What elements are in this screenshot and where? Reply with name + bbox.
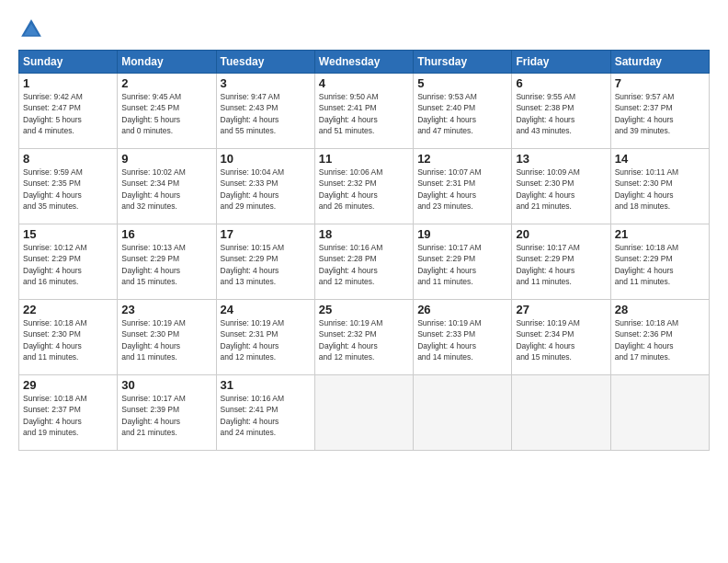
day-number: 13 xyxy=(516,152,606,166)
day-info: Sunrise: 10:13 AM Sunset: 2:29 PM Daylig… xyxy=(121,242,211,287)
day-number: 5 xyxy=(417,76,507,90)
day-cell-9: 9Sunrise: 10:02 AM Sunset: 2:34 PM Dayli… xyxy=(118,149,216,224)
day-info: Sunrise: 10:19 AM Sunset: 2:30 PM Daylig… xyxy=(121,317,211,362)
day-number: 17 xyxy=(221,227,311,241)
logo-icon xyxy=(18,17,44,42)
day-number: 7 xyxy=(615,76,705,90)
day-cell-16: 16Sunrise: 10:13 AM Sunset: 2:29 PM Dayl… xyxy=(118,224,216,300)
page: SundayMondayTuesdayWednesdayThursdayFrid… xyxy=(0,0,728,563)
day-cell-17: 17Sunrise: 10:15 AM Sunset: 2:29 PM Dayl… xyxy=(216,224,314,300)
day-number: 8 xyxy=(23,152,113,166)
day-cell-15: 15Sunrise: 10:12 AM Sunset: 2:29 PM Dayl… xyxy=(19,224,118,300)
day-cell-30: 30Sunrise: 10:17 AM Sunset: 2:39 PM Dayl… xyxy=(118,375,216,451)
day-cell-7: 7Sunrise: 9:57 AM Sunset: 2:37 PM Daylig… xyxy=(610,74,709,149)
calendar-header-friday: Friday xyxy=(512,51,610,74)
day-number: 27 xyxy=(516,303,606,316)
day-cell-14: 14Sunrise: 10:11 AM Sunset: 2:30 PM Dayl… xyxy=(610,149,709,224)
day-number: 28 xyxy=(615,303,705,316)
day-cell-19: 19Sunrise: 10:17 AM Sunset: 2:29 PM Dayl… xyxy=(414,224,512,300)
day-cell-5: 5Sunrise: 9:53 AM Sunset: 2:40 PM Daylig… xyxy=(414,74,512,149)
day-info: Sunrise: 9:50 AM Sunset: 2:41 PM Dayligh… xyxy=(319,91,409,136)
empty-cell xyxy=(414,375,512,451)
day-number: 18 xyxy=(319,227,409,241)
day-info: Sunrise: 10:18 AM Sunset: 2:29 PM Daylig… xyxy=(615,242,705,287)
day-cell-8: 8Sunrise: 9:59 AM Sunset: 2:35 PM Daylig… xyxy=(19,149,118,224)
day-cell-6: 6Sunrise: 9:55 AM Sunset: 2:38 PM Daylig… xyxy=(512,74,610,149)
day-info: Sunrise: 10:19 AM Sunset: 2:34 PM Daylig… xyxy=(516,317,606,362)
day-info: Sunrise: 10:16 AM Sunset: 2:28 PM Daylig… xyxy=(319,242,409,287)
day-cell-3: 3Sunrise: 9:47 AM Sunset: 2:43 PM Daylig… xyxy=(216,74,314,149)
day-number: 10 xyxy=(221,152,311,166)
day-info: Sunrise: 10:17 AM Sunset: 2:39 PM Daylig… xyxy=(121,393,211,438)
day-number: 19 xyxy=(417,227,507,241)
day-info: Sunrise: 10:19 AM Sunset: 2:33 PM Daylig… xyxy=(417,317,507,362)
day-number: 14 xyxy=(615,152,705,166)
day-cell-10: 10Sunrise: 10:04 AM Sunset: 2:33 PM Dayl… xyxy=(216,149,314,224)
day-info: Sunrise: 9:42 AM Sunset: 2:47 PM Dayligh… xyxy=(23,91,113,136)
day-info: Sunrise: 10:02 AM Sunset: 2:34 PM Daylig… xyxy=(121,167,211,212)
day-cell-31: 31Sunrise: 10:16 AM Sunset: 2:41 PM Dayl… xyxy=(216,375,314,451)
day-number: 15 xyxy=(23,227,113,241)
day-number: 29 xyxy=(23,378,113,392)
day-info: Sunrise: 10:07 AM Sunset: 2:31 PM Daylig… xyxy=(417,167,507,212)
day-info: Sunrise: 10:18 AM Sunset: 2:37 PM Daylig… xyxy=(23,393,113,438)
day-number: 23 xyxy=(121,303,211,316)
calendar-header-thursday: Thursday xyxy=(414,51,512,74)
day-number: 26 xyxy=(417,303,507,316)
day-info: Sunrise: 9:59 AM Sunset: 2:35 PM Dayligh… xyxy=(23,167,113,212)
calendar-header-wednesday: Wednesday xyxy=(314,51,413,74)
day-number: 1 xyxy=(23,76,113,90)
day-number: 12 xyxy=(417,152,507,166)
day-info: Sunrise: 10:16 AM Sunset: 2:41 PM Daylig… xyxy=(221,393,311,438)
week-row-4: 22Sunrise: 10:18 AM Sunset: 2:30 PM Dayl… xyxy=(19,300,710,375)
empty-cell xyxy=(512,375,610,451)
day-number: 9 xyxy=(121,152,211,166)
day-info: Sunrise: 10:18 AM Sunset: 2:36 PM Daylig… xyxy=(615,317,705,362)
day-number: 24 xyxy=(221,303,311,316)
day-number: 30 xyxy=(121,378,211,392)
day-number: 22 xyxy=(23,303,113,316)
day-number: 21 xyxy=(615,227,705,241)
day-cell-2: 2Sunrise: 9:45 AM Sunset: 2:45 PM Daylig… xyxy=(118,74,216,149)
day-cell-20: 20Sunrise: 10:17 AM Sunset: 2:29 PM Dayl… xyxy=(512,224,610,300)
day-cell-12: 12Sunrise: 10:07 AM Sunset: 2:31 PM Dayl… xyxy=(414,149,512,224)
day-number: 20 xyxy=(516,227,606,241)
day-cell-1: 1Sunrise: 9:42 AM Sunset: 2:47 PM Daylig… xyxy=(19,74,118,149)
day-info: Sunrise: 9:45 AM Sunset: 2:45 PM Dayligh… xyxy=(121,91,211,136)
week-row-3: 15Sunrise: 10:12 AM Sunset: 2:29 PM Dayl… xyxy=(19,224,710,300)
day-info: Sunrise: 9:55 AM Sunset: 2:38 PM Dayligh… xyxy=(516,91,606,136)
day-cell-28: 28Sunrise: 10:18 AM Sunset: 2:36 PM Dayl… xyxy=(610,300,709,375)
day-cell-29: 29Sunrise: 10:18 AM Sunset: 2:37 PM Dayl… xyxy=(19,375,118,451)
empty-cell xyxy=(314,375,413,451)
day-cell-13: 13Sunrise: 10:09 AM Sunset: 2:30 PM Dayl… xyxy=(512,149,610,224)
day-number: 4 xyxy=(319,76,409,90)
day-number: 3 xyxy=(221,76,311,90)
day-info: Sunrise: 9:53 AM Sunset: 2:40 PM Dayligh… xyxy=(417,91,507,136)
day-info: Sunrise: 10:19 AM Sunset: 2:31 PM Daylig… xyxy=(221,317,311,362)
day-cell-26: 26Sunrise: 10:19 AM Sunset: 2:33 PM Dayl… xyxy=(414,300,512,375)
day-info: Sunrise: 9:57 AM Sunset: 2:37 PM Dayligh… xyxy=(615,91,705,136)
day-info: Sunrise: 10:17 AM Sunset: 2:29 PM Daylig… xyxy=(417,242,507,287)
calendar-header-tuesday: Tuesday xyxy=(216,51,314,74)
week-row-1: 1Sunrise: 9:42 AM Sunset: 2:47 PM Daylig… xyxy=(19,74,710,149)
day-info: Sunrise: 10:18 AM Sunset: 2:30 PM Daylig… xyxy=(23,317,113,362)
day-number: 25 xyxy=(319,303,409,316)
day-cell-18: 18Sunrise: 10:16 AM Sunset: 2:28 PM Dayl… xyxy=(314,224,413,300)
calendar-header-sunday: Sunday xyxy=(19,51,118,74)
week-row-2: 8Sunrise: 9:59 AM Sunset: 2:35 PM Daylig… xyxy=(19,149,710,224)
logo xyxy=(18,17,48,42)
calendar-header-monday: Monday xyxy=(118,51,216,74)
day-number: 6 xyxy=(516,76,606,90)
day-info: Sunrise: 10:17 AM Sunset: 2:29 PM Daylig… xyxy=(516,242,606,287)
day-info: Sunrise: 10:04 AM Sunset: 2:33 PM Daylig… xyxy=(221,167,311,212)
day-cell-22: 22Sunrise: 10:18 AM Sunset: 2:30 PM Dayl… xyxy=(19,300,118,375)
calendar-header-row: SundayMondayTuesdayWednesdayThursdayFrid… xyxy=(19,51,710,74)
empty-cell xyxy=(610,375,709,451)
day-cell-4: 4Sunrise: 9:50 AM Sunset: 2:41 PM Daylig… xyxy=(314,74,413,149)
day-cell-23: 23Sunrise: 10:19 AM Sunset: 2:30 PM Dayl… xyxy=(118,300,216,375)
day-number: 2 xyxy=(121,76,211,90)
header xyxy=(18,17,710,42)
day-number: 16 xyxy=(121,227,211,241)
day-info: Sunrise: 9:47 AM Sunset: 2:43 PM Dayligh… xyxy=(221,91,311,136)
day-info: Sunrise: 10:12 AM Sunset: 2:29 PM Daylig… xyxy=(23,242,113,287)
